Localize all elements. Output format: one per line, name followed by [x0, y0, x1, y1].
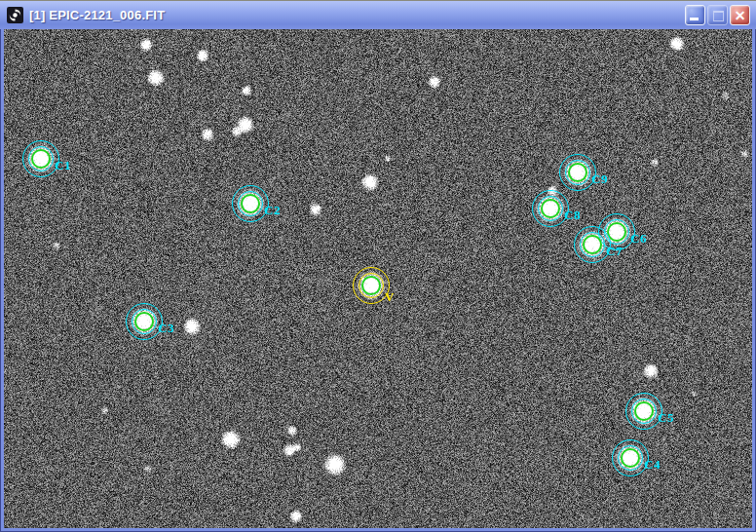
marker-label-C1: C1: [55, 160, 71, 171]
marker-label-C3: C3: [158, 323, 174, 334]
marker-label-C5: C5: [658, 412, 674, 424]
title-bar[interactable]: [1] EPIC-2121_006.FIT ✕: [0, 0, 756, 29]
marker-label-C9: C9: [591, 173, 608, 185]
marker-label-C2: C2: [264, 205, 281, 216]
maximize-button[interactable]: [707, 5, 728, 25]
image-client-area: C1C2C3C4C5C6C7C8C9V: [4, 29, 752, 528]
marker-label-V: V: [385, 291, 395, 303]
marker-label-C7: C7: [606, 246, 623, 257]
maximize-icon: [713, 11, 724, 21]
marker-label-C6: C6: [630, 233, 647, 245]
app-window: [1] EPIC-2121_006.FIT ✕ C1C2C3C4C5C6C7C8…: [0, 0, 756, 532]
window-controls: ✕: [685, 5, 750, 25]
galaxy-icon: [7, 7, 23, 23]
close-icon: ✕: [731, 7, 749, 24]
window-title: [1] EPIC-2121_006.FIT: [29, 8, 165, 22]
marker-label-C4: C4: [644, 459, 661, 471]
minimize-button[interactable]: [685, 5, 705, 25]
marker-label-C8: C8: [564, 209, 581, 221]
aperture-overlay-layer: C1C2C3C4C5C6C7C8C9V: [4, 29, 752, 528]
close-button[interactable]: ✕: [730, 5, 750, 25]
minimize-icon: [690, 18, 699, 20]
